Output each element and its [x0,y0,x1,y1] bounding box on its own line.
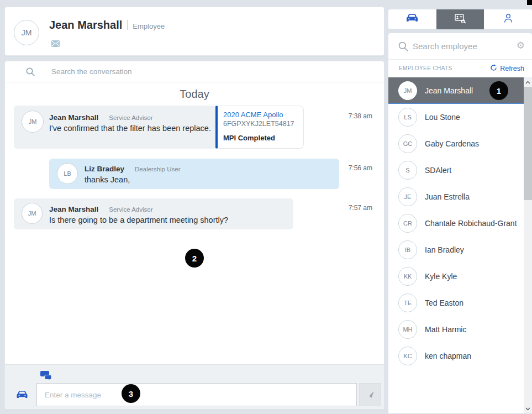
chat-name: Juan Estrella [425,192,470,201]
avatar: KC [398,347,417,365]
avatar: S [398,161,417,180]
avatar: LS [398,108,417,127]
message-header: Jean MarshallService Advisor [49,112,153,122]
message-bubble: JM Jean MarshallService Advisor I've con… [14,106,216,149]
app-window: JM Jean MarshallEmployee Today JM Jean M… [0,0,532,414]
tab-customer-chats[interactable] [484,9,532,29]
sender-name: Jean Marshall [49,113,98,122]
avatar: LB [57,163,78,184]
sender-name: Liz Bradley [85,165,124,173]
avatar: JM [398,81,417,100]
chat-row-ted-easton[interactable]: TE Ted Easton [388,290,524,316]
chat-row-matt-harmic[interactable]: MH Matt Harmic [388,316,524,343]
sender-role: Dealership User [135,166,180,172]
avatar: GC [398,134,417,153]
message-text: thanks Jean, [85,175,130,184]
scroll-down-icon[interactable] [524,405,532,413]
vehicle-link[interactable]: 2020 ACME Apollo [223,111,298,119]
conversation-search-input[interactable] [51,61,283,81]
vehicle-vin: 6FGPXYKJ2LET54817 [223,120,298,128]
scrollbar-thumb[interactable] [524,87,532,200]
annotation-badge-3: 3 [122,384,140,403]
sidebar-scrollbar[interactable] [524,77,532,413]
contact-name: Jean Marshall [49,19,122,31]
gear-icon[interactable]: ⚙ [517,40,525,52]
chat-row-juan-estrella[interactable]: JE Juan Estrella [388,184,524,210]
avatar: MH [398,320,417,339]
chat-row-ken-chapman[interactable]: KC ken chapman [388,343,524,369]
chat-name: Gaby Cardenas [425,139,479,148]
conversation-panel: Today JM Jean MarshallService Advisor I'… [4,61,384,410]
annotation-badge-2: 2 [185,249,204,268]
chat-name: Kyle Kyle [425,272,457,281]
conversation-header: JM Jean MarshallEmployee [4,7,384,56]
sender-name: Jean Marshall [49,205,98,213]
chat-row-lou-stone[interactable]: LS Lou Stone [388,104,524,130]
chat-row-ian-bradley[interactable]: IB Ian Bradley [388,237,524,263]
sender-role: Service Advisor [109,114,152,121]
chat-name: Jean Marshall [425,86,473,95]
chat-name: Ted Easton [425,298,463,307]
avatar: KK [398,267,417,286]
avatar: IB [398,240,417,259]
chat-name: Lou Stone [425,113,460,122]
avatar-initials: JM [22,28,32,37]
chat-name: SDAlert [425,166,451,175]
message-header: Jean MarshallService Advisor [49,204,153,214]
person-icon [503,13,514,26]
vehicle-card[interactable]: 2020 ACME Apollo 6FGPXYKJ2LET54817 MPI C… [215,106,304,149]
employee-badge-wrench-icon [454,13,466,26]
avatar: JM [22,111,44,133]
chat-name: Chantale Robichaud-Grant [425,219,517,228]
tab-vehicle-chats[interactable] [388,9,436,29]
search-icon [25,67,35,79]
tab-employee-chats[interactable] [436,9,484,29]
search-icon [398,41,409,54]
avatar: JE [398,187,417,206]
employee-search-input[interactable] [413,33,507,59]
employee-search-bar: ⚙ [388,33,532,60]
message-time: 7:57 am [349,204,372,212]
chat-row-gaby-cardenas[interactable]: GC Gaby Cardenas [388,130,524,157]
contact-role: Employee [133,22,165,30]
send-button[interactable] [359,383,381,406]
message-header: Liz BradleyDealership User [85,164,180,174]
message-time: 7:38 am [349,112,372,120]
sender-role: Service Advisor [109,206,152,213]
chat-bubbles-icon[interactable] [40,370,52,383]
screen-corner-artifact [527,0,532,5]
message-bubble: LB Liz BradleyDealership User thanks Jea… [49,159,339,189]
section-label: EMPLOYEE CHATS [399,65,452,71]
page-title: Jean MarshallEmployee [49,19,165,32]
avatar: JM [14,20,39,45]
refresh-button[interactable]: Refresh [490,64,524,73]
message-text: Is there going to be a department meetin… [49,216,228,224]
chat-name: Matt Harmic [425,325,466,334]
conversation-search-bar [5,61,384,82]
car-icon [405,13,419,25]
chats-header: EMPLOYEE CHATS Refresh [388,60,532,77]
chat-row-kyle-kyle[interactable]: KK Kyle Kyle [388,263,524,290]
chat-name: Ian Bradley [425,245,464,254]
sidebar-tabs [388,9,532,29]
refresh-label: Refresh [500,65,524,72]
date-divider: Today [5,88,384,101]
car-icon[interactable] [16,390,28,402]
message-input[interactable] [36,383,357,406]
message-text: I've confirmed that the filter has been … [49,124,211,133]
annotation-badge-1: 1 [489,81,508,100]
message-bubble: JM Jean MarshallService Advisor Is there… [14,198,293,229]
chat-row-sdalert[interactable]: S SDAlert [388,157,524,184]
chat-row-chantale-robichaud-grant[interactable]: CR Chantale Robichaud-Grant [388,210,524,237]
mpi-status: MPI Completed [223,134,275,142]
avatar: CR [398,214,417,233]
avatar: JM [22,203,43,224]
employee-chats-sidebar: ⚙ EMPLOYEE CHATS Refresh JM Jean Marshal… [388,33,532,413]
message-time: 7:56 am [349,164,372,172]
scroll-up-icon[interactable] [524,78,532,86]
avatar: TE [398,294,417,312]
refresh-icon [490,64,497,73]
message-composer [5,364,384,409]
envelope-icon[interactable] [51,39,60,49]
chat-name: ken chapman [425,352,471,360]
